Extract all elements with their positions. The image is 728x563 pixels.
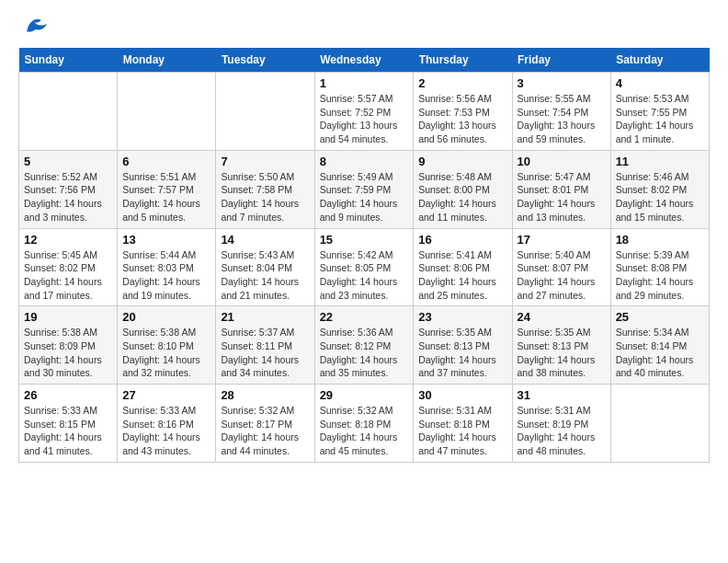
day-info: Sunrise: 5:39 AM Sunset: 8:08 PM Dayligh…	[616, 248, 704, 303]
empty-cell	[19, 73, 118, 151]
day-cell-8: 8Sunrise: 5:49 AM Sunset: 7:59 PM Daylig…	[314, 150, 414, 228]
weekday-header-monday: Monday	[118, 48, 216, 73]
day-number: 24	[518, 310, 606, 324]
weekday-header-friday: Friday	[512, 48, 610, 73]
weekday-header-row: SundayMondayTuesdayWednesdayThursdayFrid…	[19, 48, 710, 73]
day-info: Sunrise: 5:48 AM Sunset: 8:00 PM Dayligh…	[418, 170, 506, 224]
day-info: Sunrise: 5:43 AM Sunset: 8:04 PM Dayligh…	[221, 248, 309, 303]
day-info: Sunrise: 5:38 AM Sunset: 8:10 PM Dayligh…	[122, 326, 210, 380]
day-info: Sunrise: 5:44 AM Sunset: 8:03 PM Dayligh…	[122, 248, 210, 303]
day-cell-1: 1Sunrise: 5:57 AM Sunset: 7:52 PM Daylig…	[314, 73, 414, 151]
day-number: 1	[320, 76, 409, 90]
day-cell-22: 22Sunrise: 5:36 AM Sunset: 8:12 PM Dayli…	[314, 306, 414, 385]
day-cell-7: 7Sunrise: 5:50 AM Sunset: 7:58 PM Daylig…	[216, 150, 314, 228]
day-cell-13: 13Sunrise: 5:44 AM Sunset: 8:03 PM Dayli…	[118, 228, 216, 306]
day-info: Sunrise: 5:53 AM Sunset: 7:55 PM Dayligh…	[616, 92, 704, 146]
day-cell-9: 9Sunrise: 5:48 AM Sunset: 8:00 PM Daylig…	[414, 150, 512, 228]
day-cell-3: 3Sunrise: 5:55 AM Sunset: 7:54 PM Daylig…	[512, 73, 610, 151]
day-cell-6: 6Sunrise: 5:51 AM Sunset: 7:57 PM Daylig…	[118, 150, 216, 228]
day-info: Sunrise: 5:38 AM Sunset: 8:09 PM Dayligh…	[24, 326, 112, 380]
day-cell-11: 11Sunrise: 5:46 AM Sunset: 8:02 PM Dayli…	[610, 150, 709, 228]
day-number: 20	[122, 310, 210, 324]
day-number: 18	[616, 233, 704, 247]
day-info: Sunrise: 5:33 AM Sunset: 8:15 PM Dayligh…	[24, 404, 112, 458]
week-row-1: 1Sunrise: 5:57 AM Sunset: 7:52 PM Daylig…	[19, 73, 710, 151]
weekday-header-thursday: Thursday	[414, 48, 512, 73]
day-number: 13	[122, 233, 210, 247]
day-number: 4	[616, 76, 704, 90]
day-number: 26	[24, 388, 112, 402]
day-cell-27: 27Sunrise: 5:33 AM Sunset: 8:16 PM Dayli…	[118, 385, 216, 463]
day-info: Sunrise: 5:55 AM Sunset: 7:54 PM Dayligh…	[518, 92, 606, 146]
day-number: 19	[24, 310, 112, 324]
day-number: 9	[418, 155, 506, 168]
day-cell-15: 15Sunrise: 5:42 AM Sunset: 8:05 PM Dayli…	[314, 228, 414, 306]
day-number: 6	[122, 155, 210, 168]
day-cell-31: 31Sunrise: 5:31 AM Sunset: 8:19 PM Dayli…	[512, 385, 610, 463]
day-info: Sunrise: 5:41 AM Sunset: 8:06 PM Dayligh…	[418, 248, 506, 303]
day-cell-20: 20Sunrise: 5:38 AM Sunset: 8:10 PM Dayli…	[118, 306, 216, 385]
day-cell-25: 25Sunrise: 5:34 AM Sunset: 8:14 PM Dayli…	[610, 306, 709, 385]
day-number: 7	[221, 155, 309, 168]
day-info: Sunrise: 5:35 AM Sunset: 8:13 PM Dayligh…	[518, 326, 606, 380]
day-cell-4: 4Sunrise: 5:53 AM Sunset: 7:55 PM Daylig…	[610, 73, 709, 151]
day-cell-10: 10Sunrise: 5:47 AM Sunset: 8:01 PM Dayli…	[512, 150, 610, 228]
day-info: Sunrise: 5:32 AM Sunset: 8:17 PM Dayligh…	[221, 404, 309, 458]
day-cell-17: 17Sunrise: 5:40 AM Sunset: 8:07 PM Dayli…	[512, 228, 610, 306]
day-info: Sunrise: 5:31 AM Sunset: 8:19 PM Dayligh…	[518, 404, 606, 458]
empty-cell	[216, 73, 314, 151]
weekday-header-sunday: Sunday	[19, 48, 118, 73]
day-info: Sunrise: 5:42 AM Sunset: 8:05 PM Dayligh…	[320, 248, 409, 303]
day-cell-14: 14Sunrise: 5:43 AM Sunset: 8:04 PM Dayli…	[216, 228, 314, 306]
day-number: 29	[320, 388, 409, 402]
day-cell-23: 23Sunrise: 5:35 AM Sunset: 8:13 PM Dayli…	[414, 306, 512, 385]
empty-cell	[610, 385, 709, 463]
day-number: 22	[320, 310, 409, 324]
day-cell-21: 21Sunrise: 5:37 AM Sunset: 8:11 PM Dayli…	[216, 306, 314, 385]
day-info: Sunrise: 5:31 AM Sunset: 8:18 PM Dayligh…	[418, 404, 506, 458]
page-header	[18, 18, 710, 33]
day-number: 11	[616, 155, 704, 168]
day-cell-2: 2Sunrise: 5:56 AM Sunset: 7:53 PM Daylig…	[414, 73, 512, 151]
day-cell-19: 19Sunrise: 5:38 AM Sunset: 8:09 PM Dayli…	[19, 306, 118, 385]
day-number: 21	[221, 310, 309, 324]
week-row-4: 19Sunrise: 5:38 AM Sunset: 8:09 PM Dayli…	[19, 306, 710, 385]
day-number: 27	[122, 388, 210, 402]
day-info: Sunrise: 5:37 AM Sunset: 8:11 PM Dayligh…	[221, 326, 309, 380]
day-info: Sunrise: 5:46 AM Sunset: 8:02 PM Dayligh…	[616, 170, 704, 224]
empty-cell	[118, 73, 216, 151]
weekday-header-tuesday: Tuesday	[216, 48, 314, 73]
day-number: 2	[418, 76, 506, 90]
week-row-2: 5Sunrise: 5:52 AM Sunset: 7:56 PM Daylig…	[19, 150, 710, 228]
day-info: Sunrise: 5:49 AM Sunset: 7:59 PM Dayligh…	[320, 170, 409, 224]
day-cell-28: 28Sunrise: 5:32 AM Sunset: 8:17 PM Dayli…	[216, 385, 314, 463]
day-number: 28	[221, 388, 309, 402]
day-number: 10	[518, 155, 606, 168]
day-info: Sunrise: 5:45 AM Sunset: 8:02 PM Dayligh…	[24, 248, 112, 303]
day-number: 17	[518, 233, 606, 247]
day-info: Sunrise: 5:51 AM Sunset: 7:57 PM Dayligh…	[122, 170, 210, 224]
day-cell-29: 29Sunrise: 5:32 AM Sunset: 8:18 PM Dayli…	[314, 385, 414, 463]
weekday-header-saturday: Saturday	[610, 48, 709, 73]
week-row-5: 26Sunrise: 5:33 AM Sunset: 8:15 PM Dayli…	[19, 385, 710, 463]
day-number: 25	[616, 310, 704, 324]
day-number: 15	[320, 233, 409, 247]
day-info: Sunrise: 5:52 AM Sunset: 7:56 PM Dayligh…	[24, 170, 112, 224]
day-number: 8	[320, 155, 409, 168]
day-number: 12	[24, 233, 112, 247]
weekday-header-wednesday: Wednesday	[314, 48, 414, 73]
day-number: 14	[221, 233, 309, 247]
day-info: Sunrise: 5:32 AM Sunset: 8:18 PM Dayligh…	[320, 404, 409, 458]
day-cell-30: 30Sunrise: 5:31 AM Sunset: 8:18 PM Dayli…	[414, 385, 512, 463]
day-info: Sunrise: 5:50 AM Sunset: 7:58 PM Dayligh…	[221, 170, 309, 224]
day-cell-5: 5Sunrise: 5:52 AM Sunset: 7:56 PM Daylig…	[19, 150, 118, 228]
day-cell-12: 12Sunrise: 5:45 AM Sunset: 8:02 PM Dayli…	[19, 228, 118, 306]
day-number: 16	[418, 233, 506, 247]
calendar-table: SundayMondayTuesdayWednesdayThursdayFrid…	[18, 48, 710, 463]
day-info: Sunrise: 5:35 AM Sunset: 8:13 PM Dayligh…	[418, 326, 506, 380]
day-info: Sunrise: 5:57 AM Sunset: 7:52 PM Dayligh…	[320, 92, 409, 146]
day-cell-24: 24Sunrise: 5:35 AM Sunset: 8:13 PM Dayli…	[512, 306, 610, 385]
week-row-3: 12Sunrise: 5:45 AM Sunset: 8:02 PM Dayli…	[19, 228, 710, 306]
day-cell-18: 18Sunrise: 5:39 AM Sunset: 8:08 PM Dayli…	[610, 228, 709, 306]
day-info: Sunrise: 5:34 AM Sunset: 8:14 PM Dayligh…	[616, 326, 704, 380]
